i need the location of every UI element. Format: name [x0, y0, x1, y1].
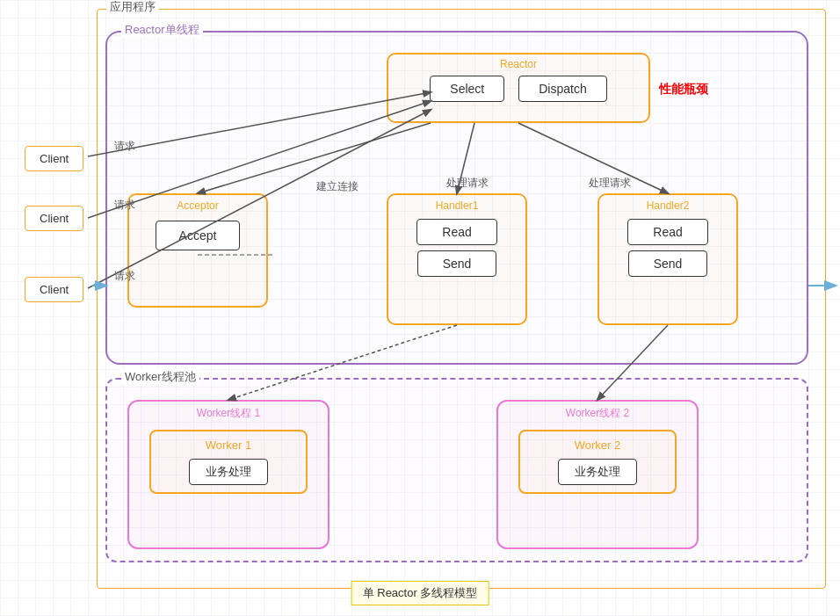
establish-label: 建立连接 — [316, 179, 358, 194]
accept-button[interactable]: Accept — [156, 221, 241, 250]
canvas: 应用程序 Reactor单线程 Worker线程池 Reactor Select… — [0, 0, 840, 616]
select-button[interactable]: Select — [430, 76, 504, 102]
worker2-inner-box: Worker 2 业务处理 — [518, 430, 677, 494]
handler2-read-button[interactable]: Read — [627, 219, 707, 245]
worker1-inner-title: Worker 1 — [206, 438, 252, 452]
worker2-inner-title: Worker 2 — [575, 438, 621, 452]
request2-label: 请求 — [114, 198, 135, 213]
worker2-box: Worker线程 2 Worker 2 业务处理 — [496, 400, 699, 549]
handle2-label: 处理请求 — [589, 176, 631, 191]
handler1-title: Handler1 — [436, 199, 479, 212]
client3-box: Client — [25, 277, 83, 302]
reactor-single-label: Reactor单线程 — [121, 22, 203, 38]
bottom-label: 单 Reactor 多线程模型 — [351, 581, 489, 605]
handler1-box: Handler1 Read Send — [387, 193, 527, 325]
worker1-inner-box: Worker 1 业务处理 — [149, 430, 308, 494]
worker2-button[interactable]: 业务处理 — [558, 459, 637, 485]
app-label: 应用程序 — [106, 0, 159, 15]
dispatch-button[interactable]: Dispatch — [518, 76, 606, 102]
handler2-title: Handler2 — [647, 199, 690, 212]
reactor-box: Reactor Select Dispatch — [387, 53, 650, 123]
handler2-send-button[interactable]: Send — [628, 250, 708, 277]
worker-pool-label: Worker线程池 — [121, 369, 199, 385]
reactor-box-title: Reactor — [500, 58, 537, 70]
worker1-button[interactable]: 业务处理 — [189, 459, 268, 485]
reactor-inner-row: Select Dispatch — [430, 76, 606, 102]
acceptor-title: Acceptor — [177, 199, 218, 212]
perf-label: 性能瓶颈 — [659, 82, 708, 98]
handler2-box: Handler2 Read Send — [597, 193, 738, 325]
worker2-title: Worker线程 2 — [566, 406, 629, 421]
client1-box: Client — [25, 146, 83, 171]
handler1-read-button[interactable]: Read — [416, 219, 496, 245]
handle1-label: 处理请求 — [446, 176, 489, 191]
worker1-box: Worker线程 1 Worker 1 业务处理 — [127, 400, 329, 549]
handler1-send-button[interactable]: Send — [417, 250, 497, 277]
acceptor-box: Acceptor Accept — [127, 193, 268, 308]
client2-box: Client — [25, 206, 83, 231]
worker1-title: Worker线程 1 — [197, 406, 260, 421]
request1-label: 请求 — [114, 139, 135, 154]
request3-label: 请求 — [114, 269, 135, 284]
